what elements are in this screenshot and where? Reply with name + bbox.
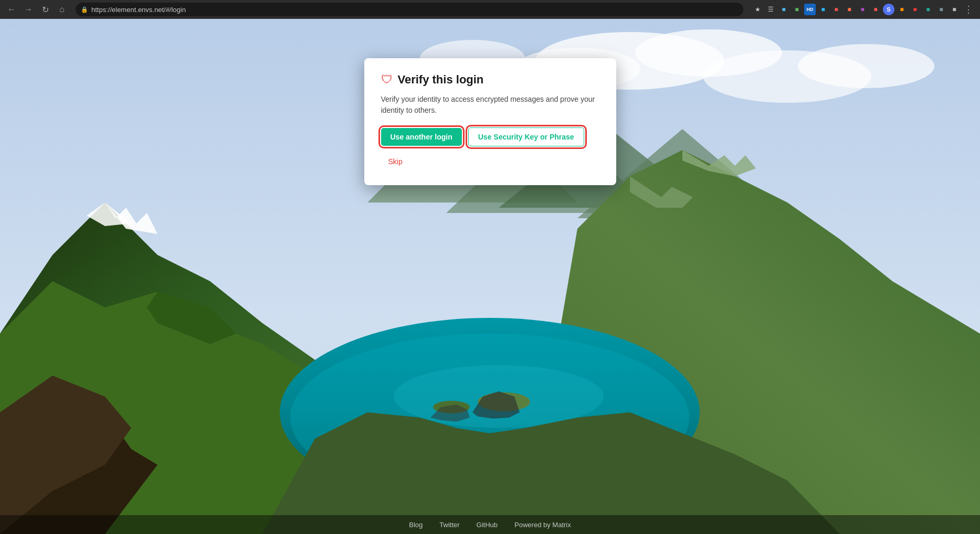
ext7-icon[interactable]: ■ (857, 4, 868, 15)
skip-button[interactable]: Skip (381, 153, 410, 170)
footer-github-link[interactable]: GitHub (477, 521, 498, 529)
address-bar[interactable]: 🔒 https://element.envs.net/#/login (76, 3, 743, 16)
dialog-title: Verify this login (398, 73, 484, 87)
ext3-icon[interactable]: HD (804, 4, 816, 15)
home-button[interactable]: ⌂ (55, 2, 69, 17)
footer-powered-by-link[interactable]: Powered by Matrix (514, 521, 571, 529)
browser-chrome: ← → ↻ ⌂ 🔒 https://element.envs.net/#/log… (0, 0, 980, 19)
extensions-icon[interactable]: ☰ (765, 4, 776, 15)
dialog-buttons: Use another login Use Security Key or Ph… (381, 127, 599, 170)
dialog-body-text: Verify your identity to access encrypted… (381, 94, 599, 116)
back-button[interactable]: ← (4, 2, 19, 17)
lock-icon: 🔒 (81, 6, 88, 13)
use-security-key-button[interactable]: Use Security Key or Phrase (468, 127, 584, 146)
extension-icons: ★ ☰ ■ ■ HD ■ ■ ■ ■ ■ S ■ ■ ■ ■ ■ (752, 4, 960, 15)
ext8-icon[interactable]: ■ (870, 4, 881, 15)
ext4-icon[interactable]: ■ (817, 4, 829, 15)
page-background: 🛡 Verify this login Verify your identity… (0, 19, 980, 534)
page-footer: Blog Twitter GitHub Powered by Matrix (0, 515, 980, 534)
ext12-icon[interactable]: ■ (935, 4, 947, 15)
ext1-icon[interactable]: ■ (778, 4, 789, 15)
ext9-icon[interactable]: ■ (896, 4, 908, 15)
url-text: https://element.envs.net/#/login (91, 6, 186, 14)
shield-warning-icon: 🛡 (381, 73, 393, 87)
dialog-overlay: 🛡 Verify this login Verify your identity… (0, 19, 980, 534)
dialog-title-row: 🛡 Verify this login (381, 73, 599, 87)
footer-blog-link[interactable]: Blog (409, 521, 423, 529)
verify-login-dialog: 🛡 Verify this login Verify your identity… (364, 58, 616, 185)
ext6-icon[interactable]: ■ (844, 4, 855, 15)
ext11-icon[interactable]: ■ (922, 4, 934, 15)
menu-button[interactable]: ⋮ (961, 2, 976, 17)
forward-button[interactable]: → (21, 2, 36, 17)
profile-icon[interactable]: S (883, 4, 894, 15)
ext10-icon[interactable]: ■ (909, 4, 921, 15)
footer-twitter-link[interactable]: Twitter (439, 521, 459, 529)
use-another-login-button[interactable]: Use another login (381, 128, 462, 146)
ext5-icon[interactable]: ■ (830, 4, 842, 15)
reload-button[interactable]: ↻ (38, 2, 52, 17)
browser-actions: ★ ☰ ■ ■ HD ■ ■ ■ ■ ■ S ■ ■ ■ ■ ■ ⋮ (750, 2, 976, 17)
ext2-icon[interactable]: ■ (791, 4, 803, 15)
bookmark-icon[interactable]: ★ (752, 4, 763, 15)
ext13-icon[interactable]: ■ (949, 4, 960, 15)
